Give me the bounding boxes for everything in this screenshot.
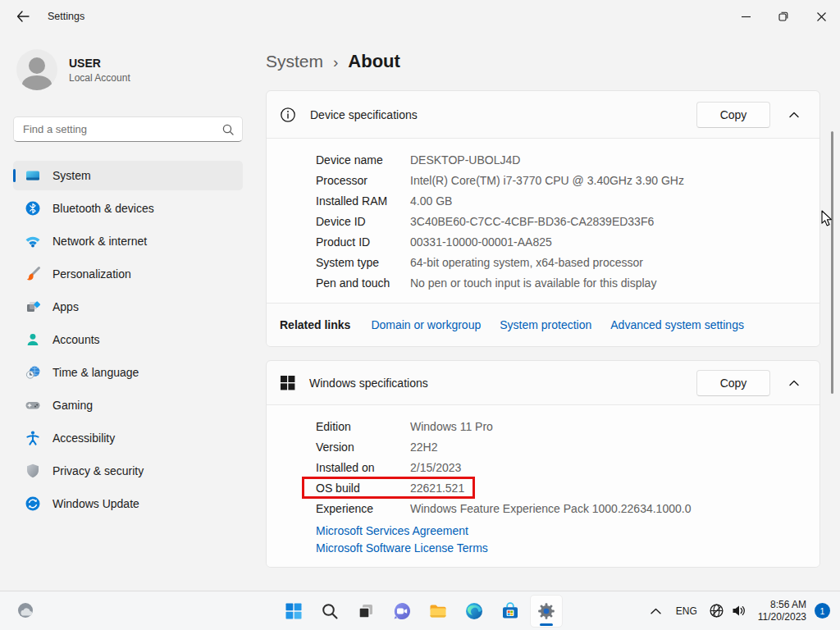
breadcrumb-separator: ›: [333, 53, 338, 71]
sidebar-item-label: Gaming: [52, 399, 93, 412]
chat-button[interactable]: [386, 595, 418, 628]
sidebar-item-apps[interactable]: Apps: [13, 292, 243, 322]
taskbar-search-button[interactable]: [313, 595, 346, 628]
spec-label: Product ID: [316, 235, 410, 249]
microsoft-services-agreement-link[interactable]: Microsoft Services Agreement: [316, 523, 806, 540]
spec-value: 00331-10000-00001-AA825: [410, 235, 552, 249]
settings-button[interactable]: [530, 595, 563, 628]
time-language-icon: [25, 364, 41, 381]
vertical-scrollbar[interactable]: [831, 131, 833, 394]
back-arrow-icon: [16, 11, 30, 22]
spec-value: 22621.521: [410, 482, 464, 495]
spec-value: 3C40BE60-C7CC-4CBF-BD36-CA2839ED33F6: [410, 215, 654, 228]
microsoft-software-license-terms-link[interactable]: Microsoft Software License Terms: [316, 540, 806, 557]
taskbar: ENG 8:56 AM 11/20/2023 1: [0, 591, 840, 630]
taskbar-icons: [277, 595, 563, 628]
accounts-icon: [25, 331, 41, 348]
related-links-row: Related links Domain or workgroup System…: [267, 303, 819, 346]
spec-row: Installed RAM4.00 GB: [316, 190, 806, 211]
spec-label: Processor: [316, 174, 410, 187]
edge-icon: [464, 601, 484, 621]
sidebar-item-label: Time & language: [52, 366, 139, 379]
spec-value: No pen or touch input is available for t…: [410, 276, 656, 290]
device-specifications-header[interactable]: Device specifications Copy: [267, 91, 819, 138]
sidebar-item-accounts[interactable]: Accounts: [13, 325, 243, 354]
close-button[interactable]: [802, 0, 840, 33]
restore-icon: [778, 11, 788, 21]
sidebar-item-label: Personalization: [52, 267, 131, 281]
windows-specifications-body: EditionWindows 11 Pro Version22H2 Instal…: [267, 404, 819, 567]
sidebar-item-network-internet[interactable]: Network & internet: [13, 226, 243, 256]
tray-overflow-button[interactable]: [645, 598, 668, 624]
close-icon: [817, 12, 826, 21]
advanced-system-settings-link[interactable]: Advanced system settings: [610, 318, 744, 331]
spec-label: System type: [316, 256, 410, 269]
spec-label: Experience: [316, 502, 410, 515]
network-icon: [25, 233, 41, 249]
apps-icon: [25, 299, 41, 315]
sidebar-item-bluetooth-devices[interactable]: Bluetooth & devices: [13, 194, 243, 223]
search-box[interactable]: [13, 116, 243, 142]
sidebar-item-label: Network & internet: [52, 235, 147, 248]
sidebar-nav: System Bluetooth & devices Network & int…: [13, 161, 243, 522]
sidebar-item-label: Windows Update: [52, 497, 139, 510]
chevron-up-icon: [789, 112, 799, 118]
system-tray: ENG 8:56 AM 11/20/2023 1: [645, 591, 832, 630]
spec-row: System type64-bit operating system, x64-…: [316, 252, 806, 272]
collapse-windows-specs-button[interactable]: [782, 371, 806, 395]
search-icon: [321, 602, 339, 620]
windows-specifications-header[interactable]: Windows specifications Copy: [267, 361, 819, 404]
chat-icon: [392, 601, 412, 621]
microsoft-store-button[interactable]: [494, 595, 527, 628]
search-input[interactable]: [14, 123, 222, 135]
sidebar-item-system[interactable]: System: [13, 161, 243, 190]
copy-device-specs-button[interactable]: Copy: [696, 102, 770, 128]
spec-row: Device ID3C40BE60-C7CC-4CBF-BD36-CA2839E…: [316, 211, 806, 231]
edge-button[interactable]: [458, 595, 491, 628]
sidebar-item-time-language[interactable]: Time & language: [13, 358, 243, 387]
tray-status-icons[interactable]: [705, 603, 753, 619]
spec-row: EditionWindows 11 Pro: [316, 416, 806, 436]
notification-badge[interactable]: 1: [815, 603, 830, 619]
sidebar-item-windows-update[interactable]: Windows Update: [13, 489, 243, 518]
spec-value: 22H2: [410, 441, 437, 454]
task-view-button[interactable]: [349, 595, 382, 628]
spec-label: Pen and touch: [316, 276, 410, 290]
network-globe-icon: [709, 603, 724, 619]
user-account[interactable]: USER Local Account: [16, 49, 262, 90]
start-icon: [285, 602, 303, 620]
spec-row: ProcessorIntel(R) Core(TM) i7-3770 CPU @…: [316, 170, 806, 190]
sidebar-item-accessibility[interactable]: Accessibility: [13, 423, 243, 453]
language-indicator[interactable]: ENG: [668, 605, 705, 617]
sidebar-item-privacy-security[interactable]: Privacy & security: [13, 456, 243, 486]
spec-value: 2/15/2023: [410, 461, 461, 474]
collapse-device-specs-button[interactable]: [782, 103, 806, 127]
minimize-button[interactable]: [727, 0, 765, 33]
file-explorer-button[interactable]: [422, 595, 454, 628]
widgets-weather-button[interactable]: [11, 596, 41, 626]
copy-windows-specs-button[interactable]: Copy: [696, 370, 770, 396]
domain-or-workgroup-link[interactable]: Domain or workgroup: [371, 318, 481, 331]
card-title: Device specifications: [310, 108, 418, 121]
spec-label: Edition: [316, 420, 410, 433]
restore-button[interactable]: [765, 0, 802, 33]
start-button[interactable]: [277, 595, 310, 628]
settings-gear-icon: [536, 601, 556, 621]
sidebar-item-personalization[interactable]: Personalization: [13, 259, 243, 289]
related-links-label: Related links: [280, 318, 350, 331]
windows-specifications-card: Windows specifications Copy EditionWindo…: [266, 360, 820, 568]
sidebar: USER Local Account System Bluetooth & de…: [0, 33, 262, 591]
spec-value: 64-bit operating system, x64-based proce…: [410, 256, 643, 269]
tray-time: 8:56 AM: [758, 599, 806, 611]
clock[interactable]: 8:56 AM 11/20/2023: [753, 599, 815, 623]
system-icon: [25, 167, 41, 184]
sidebar-item-gaming[interactable]: Gaming: [13, 390, 243, 420]
spec-label: Installed RAM: [316, 194, 410, 208]
system-protection-link[interactable]: System protection: [500, 318, 591, 331]
user-name: USER: [69, 57, 130, 70]
personalization-icon: [25, 266, 41, 282]
spec-value: DESKTOP-UBOLJ4D: [410, 153, 520, 167]
breadcrumb-system[interactable]: System: [266, 52, 323, 71]
main-content: System › About Device specifications Cop…: [262, 33, 840, 591]
back-button[interactable]: [10, 5, 36, 28]
